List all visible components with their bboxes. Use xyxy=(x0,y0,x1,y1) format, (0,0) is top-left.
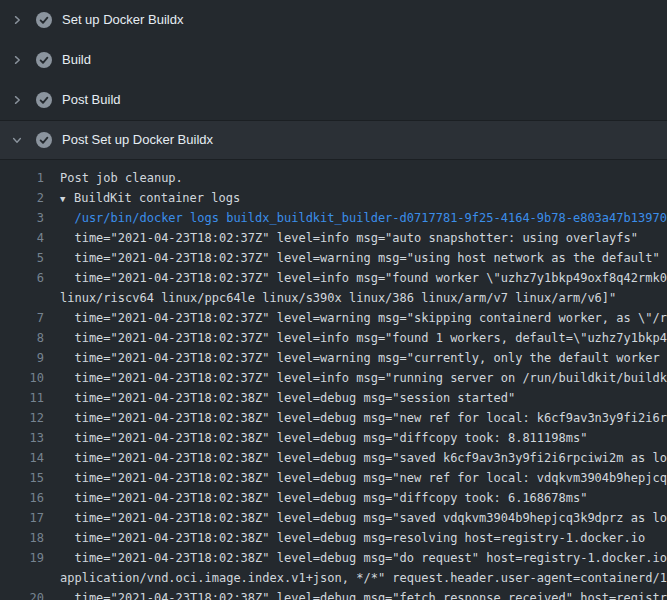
step-title: Set up Docker Buildx xyxy=(62,12,183,28)
line-number[interactable]: 3 xyxy=(0,208,44,228)
log-line: 8 time="2021-04-23T18:02:37Z" level=info… xyxy=(0,328,667,348)
log-text: ▼BuildKit container logs xyxy=(60,188,240,208)
log-line: 11 time="2021-04-23T18:02:38Z" level=deb… xyxy=(0,388,667,408)
log-text: time="2021-04-23T18:02:38Z" level=debug … xyxy=(60,508,667,528)
line-number[interactable]: 20 xyxy=(0,588,44,600)
step-header[interactable]: Post Set up Docker Buildx xyxy=(0,120,667,160)
log-line: 19 time="2021-04-23T18:02:38Z" level=deb… xyxy=(0,548,667,568)
log-text: time="2021-04-23T18:02:37Z" level=info m… xyxy=(60,368,667,388)
step-header[interactable]: Post Build xyxy=(0,80,667,120)
line-number[interactable]: 18 xyxy=(0,528,44,548)
line-number[interactable]: 10 xyxy=(0,368,44,388)
log-text: time="2021-04-23T18:02:37Z" level=info m… xyxy=(60,328,667,348)
log-line: 9 time="2021-04-23T18:02:37Z" level=warn… xyxy=(0,348,667,368)
step-title: Post Set up Docker Buildx xyxy=(62,132,213,148)
check-circle-icon xyxy=(36,92,52,108)
log-line: 1Post job cleanup. xyxy=(0,168,667,188)
line-number[interactable]: 17 xyxy=(0,508,44,528)
step-title: Post Build xyxy=(62,92,121,108)
log-text: time="2021-04-23T18:02:37Z" level=warnin… xyxy=(60,308,667,328)
step-header[interactable]: Build xyxy=(0,40,667,80)
check-circle-icon xyxy=(36,12,52,28)
log-line: 5 time="2021-04-23T18:02:37Z" level=warn… xyxy=(0,248,667,268)
log-line: 17 time="2021-04-23T18:02:38Z" level=deb… xyxy=(0,508,667,528)
step-header[interactable]: Set up Docker Buildx xyxy=(0,0,667,40)
group-toggle-icon[interactable]: ▼ xyxy=(60,189,74,209)
line-number[interactable]: 4 xyxy=(0,228,44,248)
log-text: time="2021-04-23T18:02:38Z" level=debug … xyxy=(60,548,667,568)
workflow-log-viewer: Set up Docker Buildx Build Post Buil xyxy=(0,0,667,600)
log-text-continuation: application/vnd.oci.image.index.v1+json,… xyxy=(60,568,667,588)
chevron-icon[interactable] xyxy=(10,53,24,67)
line-number[interactable]: 14 xyxy=(0,448,44,468)
log-text: time="2021-04-23T18:02:38Z" level=debug … xyxy=(60,408,667,428)
log-line: application/vnd.oci.image.index.v1+json,… xyxy=(0,568,667,588)
line-number[interactable]: 13 xyxy=(0,428,44,448)
log-line: 13 time="2021-04-23T18:02:38Z" level=deb… xyxy=(0,428,667,448)
log-text: time="2021-04-23T18:02:38Z" level=debug … xyxy=(60,428,587,448)
line-number[interactable]: 11 xyxy=(0,388,44,408)
log-text: Post job cleanup. xyxy=(60,168,183,188)
log-line: 20 time="2021-04-23T18:02:38Z" level=deb… xyxy=(0,588,667,600)
log-text: time="2021-04-23T18:02:37Z" level=info m… xyxy=(60,228,638,248)
log-text: time="2021-04-23T18:02:37Z" level=warnin… xyxy=(60,348,667,368)
command-text: /usr/bin/docker logs buildx_buildkit_bui… xyxy=(60,208,667,228)
log-line: 18 time="2021-04-23T18:02:38Z" level=deb… xyxy=(0,528,667,548)
log-text: time="2021-04-23T18:02:38Z" level=debug … xyxy=(60,588,667,600)
log-line: 6 time="2021-04-23T18:02:37Z" level=info… xyxy=(0,268,667,288)
line-number[interactable]: 6 xyxy=(0,268,44,288)
line-number[interactable]: 7 xyxy=(0,308,44,328)
line-number[interactable]: 15 xyxy=(0,468,44,488)
log-line: 7 time="2021-04-23T18:02:37Z" level=warn… xyxy=(0,308,667,328)
log-line: 3 /usr/bin/docker logs buildx_buildkit_b… xyxy=(0,208,667,228)
log-line: 12 time="2021-04-23T18:02:38Z" level=deb… xyxy=(0,408,667,428)
chevron-icon[interactable] xyxy=(10,13,24,27)
chevron-icon[interactable] xyxy=(10,133,24,147)
log-text: time="2021-04-23T18:02:37Z" level=info m… xyxy=(60,268,667,288)
log-line: 4 time="2021-04-23T18:02:37Z" level=info… xyxy=(0,228,667,248)
steps-list: Set up Docker Buildx Build Post Buil xyxy=(0,0,667,160)
chevron-icon[interactable] xyxy=(10,93,24,107)
check-circle-icon xyxy=(36,132,52,148)
check-circle-icon xyxy=(36,52,52,68)
log-text: time="2021-04-23T18:02:38Z" level=debug … xyxy=(60,528,645,548)
log-line: 14 time="2021-04-23T18:02:38Z" level=deb… xyxy=(0,448,667,468)
step-title: Build xyxy=(62,52,91,68)
line-number[interactable]: 5 xyxy=(0,248,44,268)
log-container: 1Post job cleanup.2▼BuildKit container l… xyxy=(0,160,667,600)
log-text-continuation: linux/riscv64 linux/ppc64le linux/s390x … xyxy=(60,288,616,308)
line-number xyxy=(0,288,44,308)
log-text: time="2021-04-23T18:02:38Z" level=debug … xyxy=(60,468,667,488)
log-line: linux/riscv64 linux/ppc64le linux/s390x … xyxy=(0,288,667,308)
line-number[interactable]: 2 xyxy=(0,188,44,208)
line-number[interactable]: 12 xyxy=(0,408,44,428)
log-text: time="2021-04-23T18:02:38Z" level=debug … xyxy=(60,488,587,508)
log-text: time="2021-04-23T18:02:37Z" level=warnin… xyxy=(60,248,660,268)
line-number[interactable]: 9 xyxy=(0,348,44,368)
line-number xyxy=(0,568,44,588)
line-number[interactable]: 16 xyxy=(0,488,44,508)
log-text: time="2021-04-23T18:02:38Z" level=debug … xyxy=(60,448,667,468)
line-number[interactable]: 8 xyxy=(0,328,44,348)
log-line: 2▼BuildKit container logs xyxy=(0,188,667,208)
line-number[interactable]: 19 xyxy=(0,548,44,568)
log-line: 16 time="2021-04-23T18:02:38Z" level=deb… xyxy=(0,488,667,508)
log-text: time="2021-04-23T18:02:38Z" level=debug … xyxy=(60,388,515,408)
log-line: 15 time="2021-04-23T18:02:38Z" level=deb… xyxy=(0,468,667,488)
line-number[interactable]: 1 xyxy=(0,168,44,188)
log-line: 10 time="2021-04-23T18:02:37Z" level=inf… xyxy=(0,368,667,388)
